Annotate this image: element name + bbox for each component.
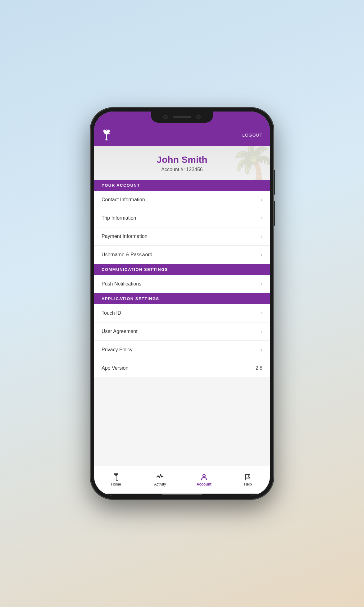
svg-point-4	[203, 474, 205, 477]
app-version-item: App Version 2.8	[94, 359, 270, 377]
nav-activity[interactable]: Activity	[138, 466, 182, 494]
trip-information-item[interactable]: Trip Information ›	[94, 209, 270, 227]
your-account-header: YOUR ACCOUNT	[94, 180, 270, 191]
phone-screen: LOGOUT 🌴 John Smith Account #: 123456 YO…	[94, 112, 270, 495]
contact-information-label: Contact Information	[102, 197, 145, 203]
user-agreement-chevron: ›	[261, 329, 262, 334]
camera-right	[196, 115, 201, 119]
user-agreement-item[interactable]: User Agreement ›	[94, 322, 270, 341]
nav-help[interactable]: Help	[226, 466, 270, 494]
contact-information-item[interactable]: Contact Information ›	[94, 191, 270, 209]
trip-information-right: ›	[261, 215, 262, 221]
trip-information-chevron: ›	[261, 215, 262, 221]
header-bar: LOGOUT	[94, 127, 270, 146]
privacy-policy-chevron: ›	[261, 347, 262, 353]
help-nav-label: Help	[244, 482, 252, 486]
app-version-value: 2.8	[256, 365, 262, 371]
touch-id-label: Touch ID	[102, 310, 121, 316]
application-settings-header: APPLICATION SETTINGS	[94, 293, 270, 304]
app-version-label: App Version	[102, 365, 128, 371]
payment-information-item[interactable]: Payment Information ›	[94, 227, 270, 246]
push-notifications-chevron: ›	[261, 281, 262, 287]
payment-information-right: ›	[261, 234, 262, 239]
push-notifications-label: Push Notifications	[102, 281, 141, 287]
privacy-policy-label: Privacy Policy	[102, 347, 133, 353]
contact-information-chevron: ›	[261, 197, 262, 203]
contact-information-right: ›	[261, 197, 262, 203]
home-palm-icon	[112, 473, 120, 481]
payment-information-label: Payment Information	[102, 234, 148, 239]
phone-frame: LOGOUT 🌴 John Smith Account #: 123456 YO…	[90, 108, 274, 499]
activity-nav-label: Activity	[154, 482, 166, 486]
profile-section: 🌴 John Smith Account #: 123456	[94, 146, 270, 180]
settings-content: YOUR ACCOUNT Contact Information › Trip …	[94, 180, 270, 466]
privacy-policy-item[interactable]: Privacy Policy ›	[94, 341, 270, 359]
bg-palm-icon: 🌴	[230, 146, 270, 180]
palm-logo-icon	[102, 130, 111, 141]
activity-icon	[156, 473, 164, 481]
privacy-policy-right: ›	[261, 347, 262, 353]
camera-left	[163, 115, 168, 119]
home-nav-label: Home	[111, 482, 121, 486]
user-agreement-right: ›	[261, 329, 262, 334]
touch-id-item[interactable]: Touch ID ›	[94, 304, 270, 322]
speaker	[173, 116, 191, 118]
notch-area	[94, 112, 270, 127]
username-password-chevron: ›	[261, 252, 262, 258]
help-flag-icon	[244, 473, 252, 481]
trip-information-label: Trip Information	[102, 215, 136, 221]
home-bar	[162, 494, 202, 495]
username-password-right: ›	[261, 252, 262, 258]
bottom-navigation: Home Activity Account	[94, 466, 270, 494]
home-indicator	[94, 494, 270, 495]
push-notifications-item[interactable]: Push Notifications ›	[94, 275, 270, 293]
touch-id-right: ›	[261, 310, 262, 316]
payment-information-chevron: ›	[261, 234, 262, 239]
account-person-icon	[200, 473, 208, 481]
nav-account[interactable]: Account	[182, 466, 226, 494]
nav-home[interactable]: Home	[94, 466, 138, 494]
logout-button[interactable]: LOGOUT	[242, 133, 262, 138]
username-password-item[interactable]: Username & Password ›	[94, 246, 270, 264]
notch	[151, 112, 213, 123]
app-version-right: 2.8	[256, 365, 262, 371]
account-nav-label: Account	[197, 482, 212, 486]
communication-settings-header: COMMUNICATION SETTINGS	[94, 264, 270, 275]
username-password-label: Username & Password	[102, 252, 152, 258]
touch-id-chevron: ›	[261, 310, 262, 316]
user-agreement-label: User Agreement	[102, 329, 138, 334]
push-notifications-right: ›	[261, 281, 262, 287]
